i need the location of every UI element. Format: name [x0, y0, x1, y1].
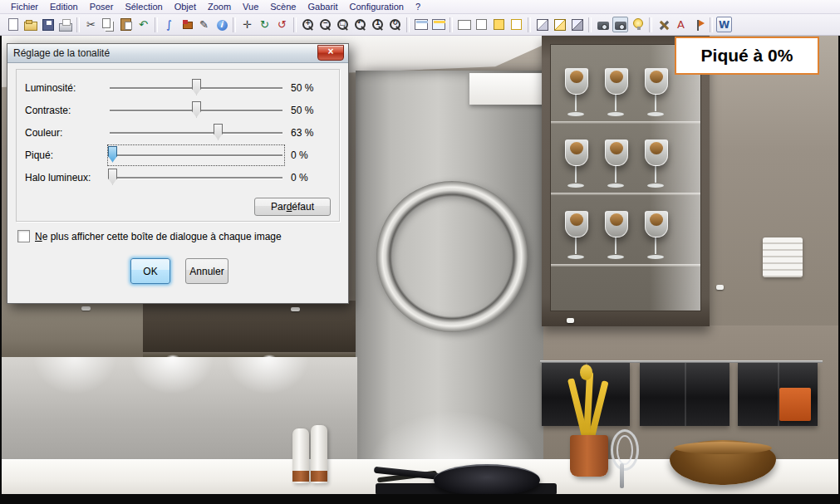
- menu-item-fichier[interactable]: Fichier: [5, 0, 44, 13]
- frying-pan: [434, 464, 540, 494]
- slider-value-couleur: 63 %: [291, 127, 327, 139]
- tools-icon[interactable]: [656, 17, 671, 32]
- glass-foot: [607, 255, 624, 259]
- outline-view-icon[interactable]: [508, 17, 524, 32]
- close-icon[interactable]: ×: [317, 45, 344, 61]
- zoom-refresh-icon[interactable]: ↻: [387, 17, 403, 32]
- wall-vent: [763, 237, 803, 277]
- menu-item-gabarit[interactable]: Gabarit: [302, 0, 343, 13]
- colored-view-icon[interactable]: [430, 17, 446, 32]
- copy-icon[interactable]: [101, 17, 116, 32]
- slider-halo-lumineux-thumb[interactable]: [108, 169, 117, 185]
- cut-icon[interactable]: ✂: [83, 17, 99, 32]
- glass-cabinet-door: [550, 44, 701, 311]
- zoom-previous-icon[interactable]: ↶: [352, 17, 368, 32]
- slider-luminosite-thumb[interactable]: [192, 79, 201, 95]
- menu-item-zoom[interactable]: Zoom: [202, 0, 237, 13]
- menu-item-objet[interactable]: Objet: [169, 0, 202, 13]
- dont-show-again-label[interactable]: Ne plus afficher cette boîte de dialogue…: [35, 231, 282, 242]
- default-button-mnemonic: d: [287, 201, 292, 213]
- cut-icon-glyph: ✂: [86, 19, 96, 30]
- new-document-icon[interactable]: [5, 17, 21, 32]
- paste-icon[interactable]: [118, 17, 134, 32]
- move-tool-icon-glyph: ✛: [243, 19, 252, 30]
- zoom-previous-icon-glyph: ↶: [356, 19, 364, 27]
- light-icon[interactable]: [630, 17, 646, 32]
- checkbox-label-rest: e plus afficher cette boîte de dialogue …: [42, 231, 282, 242]
- glass-stem: [615, 165, 616, 183]
- elevation-view-icon[interactable]: [456, 17, 472, 32]
- undo-icon[interactable]: ↶: [135, 17, 151, 32]
- hood-column: [356, 71, 552, 465]
- glass-bowl: [565, 139, 588, 166]
- menu-item-poser[interactable]: Poser: [84, 0, 120, 13]
- left-upper-cabinet: [2, 300, 143, 358]
- menu-item-configuration[interactable]: Configuration: [344, 0, 410, 13]
- toolbar-separator: [449, 17, 453, 32]
- spline-tool-icon[interactable]: ∫: [161, 17, 177, 32]
- photo-camera-icon[interactable]: [595, 17, 611, 32]
- slider-contraste[interactable]: [108, 100, 284, 120]
- slider-couleur[interactable]: [108, 123, 284, 143]
- word-export-icon-glyph: W: [719, 20, 729, 30]
- toolbar-separator: [710, 17, 713, 32]
- slider-label-luminosite: Luminosité:: [25, 82, 108, 94]
- slider-pique-thumb[interactable]: [108, 146, 117, 163]
- slider-value-luminosite: 50 %: [291, 82, 327, 94]
- slider-halo-lumineux-track[interactable]: [110, 177, 282, 179]
- menu-item-help[interactable]: ?: [410, 0, 426, 13]
- info-icon[interactable]: i: [214, 17, 229, 32]
- wine-glass: [562, 139, 589, 191]
- spline-tool-icon-glyph: ∫: [166, 19, 172, 30]
- zoom-refresh-icon-glyph: ↻: [391, 19, 399, 27]
- menu-item-scene[interactable]: Scène: [264, 0, 302, 13]
- dialog-titlebar[interactable]: Réglage de la tonalité ×: [7, 44, 348, 63]
- menu-item-vue[interactable]: Vue: [237, 0, 264, 13]
- zoom-all-icon[interactable]: 1: [370, 17, 386, 32]
- wine-glass: [562, 211, 589, 262]
- utensil-pot: [570, 435, 608, 477]
- annotate-icon[interactable]: A: [673, 17, 689, 32]
- yellow-view-icon[interactable]: [491, 17, 507, 32]
- print-icon[interactable]: [57, 17, 73, 32]
- save-icon[interactable]: [40, 17, 56, 32]
- default-button[interactable]: Par défaut: [254, 198, 331, 216]
- perspective-colored-view-icon[interactable]: [552, 17, 567, 32]
- word-export-icon[interactable]: W: [716, 17, 732, 32]
- zoom-out-icon[interactable]: −: [317, 17, 333, 32]
- slider-halo-lumineux[interactable]: [108, 168, 284, 188]
- cabinet-handle: [81, 306, 91, 311]
- slider-value-contraste: 50 %: [291, 105, 327, 116]
- slider-couleur-track[interactable]: [110, 132, 282, 135]
- zoom-window-icon[interactable]: □: [335, 17, 351, 32]
- open-folder-icon[interactable]: [22, 17, 38, 32]
- ok-button[interactable]: OK: [130, 258, 170, 284]
- slider-couleur-thumb[interactable]: [214, 124, 223, 140]
- slider-luminosite[interactable]: [108, 78, 284, 98]
- zoom-in-icon[interactable]: +: [300, 17, 316, 32]
- move-tool-icon[interactable]: ✛: [239, 17, 255, 32]
- toolbar-separator: [155, 17, 158, 32]
- draw-tool-icon[interactable]: ✎: [196, 17, 212, 32]
- place-furniture-icon[interactable]: [179, 17, 194, 32]
- slider-contraste-thumb[interactable]: [192, 101, 201, 118]
- cancel-button[interactable]: Annuler: [185, 258, 228, 284]
- rotate-selection-icon[interactable]: ↺: [274, 17, 290, 32]
- slider-pique[interactable]: [108, 145, 284, 165]
- white-view-icon[interactable]: [474, 17, 489, 32]
- flag-icon[interactable]: [690, 17, 706, 32]
- slider-row-contraste: Contraste:50 %: [17, 99, 339, 121]
- slider-label-halo-lumineux: Halo lumineux:: [25, 172, 108, 183]
- perspective-view-icon[interactable]: [534, 17, 550, 32]
- slider-value-pique: 0 %: [291, 149, 327, 161]
- perspective-grey-view-icon[interactable]: [569, 17, 585, 32]
- render-camera-icon[interactable]: [612, 17, 628, 32]
- slider-label-couleur: Couleur:: [25, 127, 108, 139]
- rotate-tool-icon[interactable]: ↻: [257, 17, 273, 32]
- plan-view-icon[interactable]: [413, 17, 429, 32]
- dont-show-again-checkbox[interactable]: [17, 230, 30, 242]
- slider-pique-track[interactable]: [110, 154, 282, 157]
- menu-item-edition[interactable]: Edition: [44, 0, 84, 13]
- slider-row-couleur: Couleur:63 %: [17, 121, 339, 144]
- menu-item-selection[interactable]: Sélection: [119, 0, 168, 13]
